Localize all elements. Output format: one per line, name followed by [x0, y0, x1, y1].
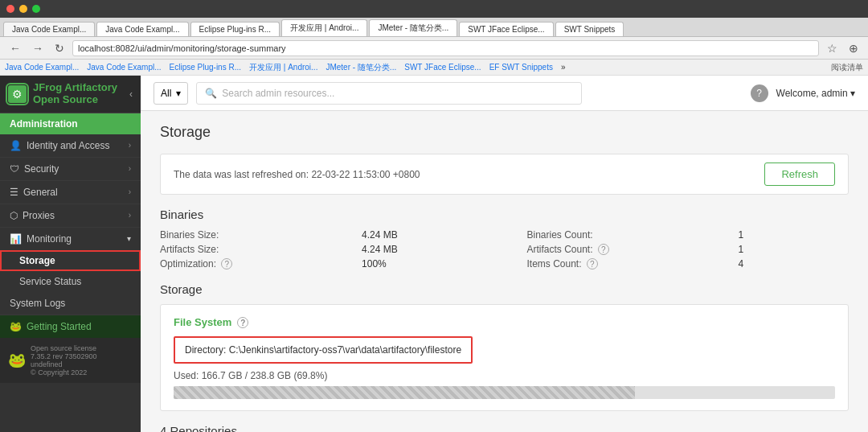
bookmarks-bar: Java Code Exampl... Java Code Exampl... … — [0, 60, 868, 76]
bookmark-more[interactable]: » — [561, 63, 566, 72]
page-title: Storage — [160, 124, 849, 141]
bookmark-6[interactable]: SWT JFace Eclipse... — [404, 63, 481, 72]
filesystem-info-icon[interactable]: ? — [237, 317, 248, 328]
artifacts-count-value: 1 — [739, 244, 849, 255]
sidebar-collapse-icon[interactable]: ‹ — [129, 88, 133, 100]
sidebar-header: ⚙ JFrog Artifactory Open Source ‹ — [0, 76, 141, 113]
directory-box: Directory: C:\Jenkins\artifactory-oss7\v… — [174, 336, 473, 364]
artifacts-count-info-icon[interactable]: ? — [598, 244, 609, 255]
storage-section: Storage File System ? Directory: C:\Jenk… — [160, 282, 849, 411]
chevron-down-icon: ▾ — [127, 234, 131, 243]
items-count-info-icon[interactable]: ? — [587, 258, 598, 269]
getting-started-label: Getting Started — [27, 321, 92, 332]
browser-tab-2[interactable]: Java Code Exampl... — [96, 22, 188, 36]
bookmark-4[interactable]: 开发应用 | Androi... — [249, 62, 317, 73]
app-layout: ⚙ JFrog Artifactory Open Source ‹ Admini… — [0, 76, 868, 432]
storage-panel: File System ? Directory: C:\Jenkins\arti… — [160, 304, 849, 411]
browser-tabs: Java Code Exampl... Java Code Exampl... … — [0, 18, 868, 37]
back-button[interactable]: ← — [6, 40, 24, 56]
reload-button[interactable]: ↻ — [51, 40, 68, 56]
binaries-count-label: Binaries Count: — [527, 229, 714, 241]
chevron-right-icon: › — [129, 141, 131, 150]
refresh-info-text: The data was last refreshed on: 22-03-22… — [174, 169, 420, 180]
address-bar[interactable]: localhost:8082/ui/admin/monitoring/stora… — [72, 40, 819, 56]
bookmark-7[interactable]: EF SWT Snippets — [489, 63, 553, 72]
bookmark-2[interactable]: Java Code Exampl... — [87, 63, 161, 72]
sidebar-item-general[interactable]: ☰ General › — [0, 181, 141, 204]
repositories-title: 4 Repositories — [160, 424, 849, 432]
storage-title: Storage — [160, 282, 849, 296]
artifacts-count-label: Artifacts Count: ? — [527, 244, 714, 255]
license-text: Open source license — [31, 344, 97, 352]
sidebar-item-identity-label: Identity and Access — [27, 140, 109, 151]
progress-bar-fill — [174, 386, 635, 399]
browser-tab-6[interactable]: SWT JFace Eclipse... — [459, 22, 553, 36]
info-bar: The data was last refreshed on: 22-03-22… — [160, 154, 849, 195]
sidebar: ⚙ JFrog Artifactory Open Source ‹ Admini… — [0, 76, 141, 432]
undefined-text: undefined — [31, 360, 97, 368]
sidebar-section-administration: Administration — [0, 113, 141, 134]
sidebar-item-system-logs-label: System Logs — [10, 298, 65, 309]
sidebar-item-general-label: General — [23, 187, 58, 198]
maximize-btn[interactable] — [32, 5, 40, 13]
welcome-label[interactable]: Welcome, admin ▾ — [776, 88, 855, 99]
resource-selector[interactable]: All ▾ — [154, 82, 188, 105]
logo-title: JFrog Artifactory — [33, 82, 117, 93]
sidebar-item-security-label: Security — [24, 163, 59, 175]
used-text: Used: 166.7 GB / 238.8 GB (69.8%) — [174, 370, 835, 381]
chevron-right-icon2: › — [129, 164, 131, 173]
binaries-count-value: 1 — [739, 229, 849, 241]
sidebar-item-service-status-label: Service Status — [19, 276, 81, 287]
address-text: localhost:8082/ui/admin/monitoring/stora… — [78, 43, 286, 53]
artifacts-size-value: 4.24 MB — [362, 244, 502, 255]
bookmark-3[interactable]: Eclipse Plug-ins R... — [170, 63, 241, 72]
help-button[interactable]: ? — [751, 84, 768, 102]
getting-started-icon: 🐸 — [10, 321, 22, 332]
topbar-right: ? Welcome, admin ▾ — [751, 84, 855, 102]
sidebar-item-service-status[interactable]: Service Status — [0, 271, 141, 292]
search-bar[interactable]: 🔍 Search admin resources... — [196, 82, 582, 105]
items-count-label: Items Count: ? — [527, 258, 714, 269]
binaries-size-label: Binaries Size: — [160, 229, 338, 241]
sidebar-item-security[interactable]: 🛡 Security › — [0, 158, 141, 181]
sidebar-item-identity[interactable]: 👤 Identity and Access › — [0, 134, 141, 158]
browser-tab-5[interactable]: JMeter - 随笔分类... — [369, 19, 457, 36]
bookmark-reading-list[interactable]: 阅读清单 — [831, 62, 863, 73]
minimize-btn[interactable] — [19, 5, 27, 13]
sidebar-item-getting-started[interactable]: 🐸 Getting Started — [0, 315, 141, 338]
general-icon: ☰ — [10, 187, 18, 198]
optimization-label: Optimization: ? — [160, 258, 338, 269]
directory-text: Directory: C:\Jenkins\artifactory-oss7\v… — [185, 344, 461, 356]
copyright-text: © Copyright 2022 — [31, 368, 97, 376]
sidebar-logo: JFrog Artifactory Open Source — [33, 82, 117, 106]
optimization-info-icon[interactable]: ? — [221, 258, 232, 269]
browser-chrome — [0, 0, 868, 18]
settings-icon-box[interactable]: ⚙ — [8, 85, 27, 103]
sidebar-item-system-logs[interactable]: System Logs — [0, 292, 141, 315]
sidebar-item-storage[interactable]: Storage — [0, 250, 141, 271]
sidebar-item-proxies[interactable]: ⬡ Proxies › — [0, 204, 141, 228]
browser-tab-1[interactable]: Java Code Exampl... — [3, 22, 95, 36]
chevron-right-icon4: › — [129, 211, 131, 220]
browser-tab-7[interactable]: SWT Snippets — [555, 22, 624, 36]
bookmark-1[interactable]: Java Code Exampl... — [5, 63, 79, 72]
star-button[interactable]: ☆ — [824, 40, 841, 56]
refresh-button[interactable]: Refresh — [764, 163, 835, 186]
close-btn[interactable] — [6, 5, 14, 13]
browser-tab-3[interactable]: Eclipse Plug-ins R... — [190, 22, 280, 36]
search-placeholder: Search admin resources... — [222, 88, 334, 99]
binaries-title: Binaries — [160, 208, 849, 221]
sidebar-item-proxies-label: Proxies — [23, 210, 55, 221]
binaries-grid: Binaries Size: 4.24 MB Binaries Count: 1… — [160, 229, 849, 269]
ext-button[interactable]: ⊕ — [845, 40, 862, 56]
forward-button[interactable]: → — [29, 40, 47, 56]
browser-tab-4[interactable]: 开发应用 | Androi... — [281, 19, 367, 36]
identity-icon: 👤 — [10, 140, 22, 151]
gear-icon: ⚙ — [12, 88, 23, 101]
binaries-size-value: 4.24 MB — [362, 229, 502, 241]
sidebar-item-monitoring-label: Monitoring — [27, 233, 72, 245]
proxies-icon: ⬡ — [10, 210, 18, 221]
items-count-value: 4 — [739, 258, 849, 269]
bookmark-5[interactable]: JMeter - 随笔分类... — [326, 62, 396, 73]
sidebar-item-monitoring[interactable]: 📊 Monitoring ▾ — [0, 228, 141, 250]
